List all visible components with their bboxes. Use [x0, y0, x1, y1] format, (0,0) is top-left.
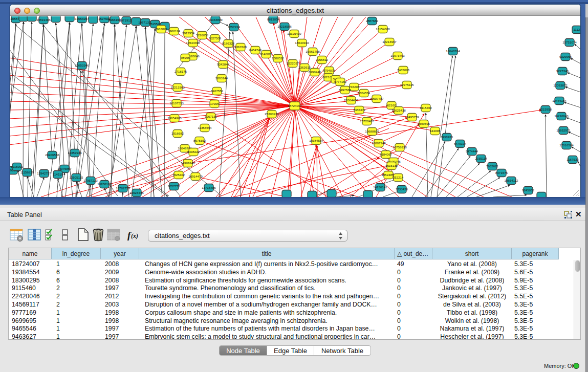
svg-text:10543392: 10543392	[186, 41, 200, 45]
svg-text:10648764: 10648764	[446, 49, 460, 53]
svg-text:62160: 62160	[387, 103, 396, 107]
svg-text:13325419: 13325419	[287, 32, 301, 35]
svg-text:2887682: 2887682	[366, 19, 379, 23]
svg-text:6794078: 6794078	[323, 69, 336, 72]
svg-text:9184067: 9184067	[380, 152, 393, 156]
svg-text:17016504: 17016504	[559, 143, 574, 147]
svg-text:10688609: 10688609	[365, 129, 379, 133]
svg-text:17957223: 17957223	[83, 179, 98, 182]
svg-text:1167533: 1167533	[567, 158, 579, 161]
svg-text:18640910: 18640910	[295, 41, 309, 45]
svg-text:9115460: 9115460	[420, 106, 432, 110]
svg-text:8471676: 8471676	[495, 171, 508, 174]
svg-text:1362615: 1362615	[298, 65, 311, 69]
svg-text:9329966: 9329966	[559, 55, 572, 58]
svg-text:19384554: 19384554	[309, 139, 323, 142]
svg-text:12505115: 12505115	[69, 176, 83, 179]
svg-text:7632621: 7632621	[486, 164, 499, 168]
svg-text:9915001: 9915001	[11, 165, 24, 168]
svg-text:7955812: 7955812	[316, 58, 329, 61]
svg-text:12923446: 12923446	[129, 191, 144, 194]
svg-text:7857224: 7857224	[228, 25, 241, 29]
svg-text:3624554: 3624554	[358, 91, 371, 95]
svg-text:8813054: 8813054	[267, 17, 280, 21]
svg-text:5226058: 5226058	[196, 33, 209, 37]
svg-text:8678352: 8678352	[193, 139, 206, 142]
svg-text:12444154: 12444154	[552, 99, 567, 102]
svg-text:18495759: 18495759	[405, 115, 419, 119]
svg-text:8960124: 8960124	[168, 29, 181, 33]
svg-text:1588520: 1588520	[272, 56, 285, 60]
svg-text:16961758: 16961758	[306, 50, 320, 53]
svg-text:5322037: 5322037	[287, 61, 299, 65]
svg-text:15692971: 15692971	[556, 128, 571, 132]
svg-text:1615132: 1615132	[385, 164, 398, 167]
svg-text:20364436: 20364436	[344, 98, 358, 102]
svg-text:2718176: 2718176	[175, 70, 187, 73]
svg-text:18807249: 18807249	[372, 141, 386, 145]
svg-text:8215958: 8215958	[539, 107, 552, 111]
svg-text:(x): (x)	[131, 232, 138, 239]
svg-text:15751074: 15751074	[562, 40, 577, 44]
svg-text:20206556: 20206556	[45, 153, 59, 157]
svg-text:5498222: 5498222	[187, 150, 200, 154]
svg-text:8454749: 8454749	[249, 48, 262, 52]
svg-text:7625402: 7625402	[172, 173, 185, 177]
svg-text:10973493: 10973493	[390, 54, 405, 57]
svg-text:19975857: 19975857	[57, 167, 72, 170]
svg-text:7663822: 7663822	[155, 27, 168, 31]
svg-text:1112: 1112	[574, 28, 580, 31]
svg-text:16107553: 16107553	[169, 101, 184, 105]
svg-text:2935114: 2935114	[475, 157, 487, 160]
svg-text:3912954: 3912954	[182, 31, 195, 35]
svg-text:9657771: 9657771	[168, 184, 181, 188]
svg-text:11353594: 11353594	[198, 126, 212, 129]
svg-text:2367608: 2367608	[234, 45, 247, 49]
svg-text:15720407: 15720407	[360, 119, 374, 123]
svg-text:252214: 252214	[393, 176, 404, 179]
svg-text:14909948: 14909948	[181, 161, 195, 165]
svg-text:98996: 98996	[181, 56, 190, 59]
svg-text:12213967: 12213967	[382, 40, 397, 43]
svg-text:10025438: 10025438	[391, 108, 406, 112]
svg-text:16154808: 16154808	[376, 27, 390, 31]
svg-text:12942757: 12942757	[37, 171, 51, 175]
svg-text:9245052: 9245052	[522, 188, 535, 192]
svg-text:20691406: 20691406	[36, 18, 51, 21]
svg-text:12093872: 12093872	[553, 83, 568, 87]
svg-text:19218506: 19218506	[277, 25, 292, 28]
svg-text:6497568: 6497568	[339, 88, 352, 92]
svg-text:9474444: 9474444	[466, 149, 478, 153]
svg-text:1733426: 1733426	[396, 187, 408, 191]
svg-text:8427552: 8427552	[211, 89, 224, 93]
svg-text:16914479: 16914479	[188, 174, 203, 178]
svg-text:114519: 114519	[53, 172, 63, 176]
svg-text:16782759: 16782759	[116, 186, 130, 190]
svg-text:9242848: 9242848	[217, 62, 230, 66]
svg-text:25300233: 25300233	[265, 112, 279, 116]
svg-text:12975115: 12975115	[400, 83, 414, 86]
svg-text:9146821: 9146821	[260, 52, 273, 56]
svg-text:19654985: 19654985	[167, 116, 182, 120]
svg-text:7485003: 7485003	[397, 68, 410, 72]
svg-text:9327509: 9327509	[209, 36, 222, 40]
svg-text:16210643: 16210643	[554, 114, 569, 118]
svg-text:9777169: 9777169	[334, 80, 347, 83]
svg-text:7386372: 7386372	[353, 108, 366, 112]
svg-text:2803144: 2803144	[215, 76, 228, 80]
svg-text:10653267: 10653267	[75, 17, 89, 20]
svg-text:11156829: 11156829	[20, 170, 34, 174]
svg-text:18724007: 18724007	[288, 104, 302, 107]
svg-text:8186328: 8186328	[222, 41, 235, 45]
svg-text:14136141: 14136141	[373, 185, 387, 189]
svg-text:20053346: 20053346	[75, 63, 89, 67]
svg-text:6479197: 6479197	[454, 142, 467, 145]
svg-text:144095: 144095	[430, 129, 441, 133]
svg-text:17006: 17006	[210, 102, 219, 105]
svg-text:13716485: 13716485	[202, 186, 216, 189]
svg-text:3267130: 3267130	[205, 115, 217, 118]
svg-text:12213363: 12213363	[170, 85, 185, 89]
svg-text:12359934: 12359934	[68, 151, 82, 155]
svg-text:1916682: 1916682	[171, 132, 184, 135]
svg-text:8990448: 8990448	[309, 70, 321, 74]
